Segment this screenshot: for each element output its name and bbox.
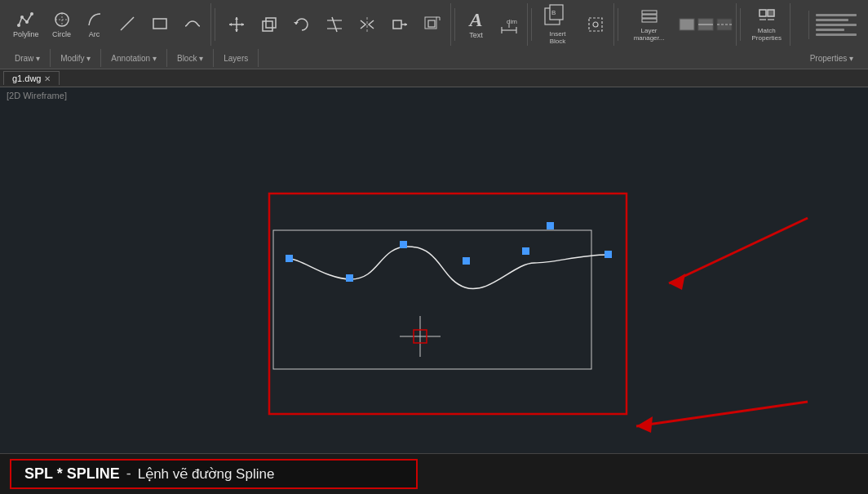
command-text-accent: SPL * SPLINE: [24, 465, 120, 483]
text-label: Text: [469, 31, 483, 39]
insert-block-icon: B: [543, 3, 573, 29]
arc-button[interactable]: Arc: [80, 8, 109, 41]
svg-rect-13: [263, 21, 272, 31]
svg-marker-22: [405, 23, 407, 26]
draw-extra2[interactable]: [145, 12, 175, 37]
toolbar: Polyline Circle Arc: [0, 0, 868, 69]
modify-btn6[interactable]: [385, 13, 414, 36]
sep4: [618, 8, 618, 41]
properties-label[interactable]: Properties ▾: [800, 49, 863, 67]
layer-manager-button[interactable]: Layermanager...: [625, 5, 674, 44]
properties-group: MatchProperties: [744, 3, 790, 46]
ctrl-point-7: [604, 251, 612, 258]
modify-btn5[interactable]: [352, 13, 382, 36]
toolbar-label-row: Draw ▾ Modify ▾ Annotation ▾ Block ▾ Lay…: [0, 49, 868, 67]
insert-block-label: InsertBlock: [550, 31, 566, 46]
arrow2-line: [636, 402, 808, 426]
svg-rect-37: [642, 11, 657, 14]
command-separator: -: [126, 465, 131, 483]
block-label[interactable]: Block ▾: [167, 49, 214, 67]
svg-marker-15: [294, 22, 299, 24]
circle-icon: [53, 11, 71, 29]
svg-rect-45: [760, 10, 766, 16]
svg-rect-35: [589, 18, 602, 31]
polyline-icon: [17, 11, 35, 29]
sep1: [215, 8, 215, 41]
arrow1-line: [669, 218, 808, 283]
copy-icon: [260, 16, 278, 33]
text-tool-icon: A: [470, 10, 483, 29]
scale-icon: [423, 16, 441, 33]
polyline-label: Polyline: [13, 30, 39, 38]
shape-rectangle: [273, 230, 591, 369]
annotation-group: A Text dim: [458, 3, 528, 46]
tab-close-icon[interactable]: ✕: [44, 74, 51, 83]
svg-point-36: [593, 22, 598, 27]
arc-label: Arc: [89, 30, 100, 38]
polyline-button[interactable]: Polyline: [8, 8, 44, 41]
svg-point-3: [30, 12, 33, 16]
spline-small-icon: [184, 15, 202, 33]
svg-line-7: [121, 17, 134, 30]
tab-g1[interactable]: g1.dwg ✕: [3, 71, 60, 85]
layer-color1-icon: [679, 18, 695, 31]
rotate-icon: [293, 16, 311, 33]
command-description: Lệnh vẽ đường Spline: [138, 465, 275, 483]
ctrl-point-3: [400, 241, 407, 248]
tab-g1-label: g1.dwg: [12, 73, 41, 83]
svg-text:B: B: [551, 9, 556, 16]
canvas-area: [2D Wireframe]: [0, 87, 868, 453]
arc-icon: [86, 11, 104, 29]
modify-btn4[interactable]: [320, 13, 349, 36]
annotation-extra1[interactable]: dim: [494, 13, 524, 36]
svg-marker-11: [229, 23, 232, 26]
spline-curve: [290, 247, 608, 289]
ctrl-point-6: [547, 222, 554, 229]
svg-rect-8: [153, 19, 166, 29]
circle-button[interactable]: Circle: [47, 8, 77, 41]
layers-group: Layermanager...: [622, 3, 737, 46]
layer-icon: [640, 7, 658, 25]
layers-label[interactable]: Layers: [214, 49, 259, 67]
svg-rect-46: [768, 10, 774, 16]
svg-rect-20: [393, 20, 401, 29]
toolbar-icons-row: Polyline Circle Arc: [0, 0, 868, 49]
ctrl-point-4: [463, 257, 470, 265]
ctrl-point-1: [286, 255, 293, 262]
modify-group: [219, 3, 451, 46]
modify-btn7[interactable]: [418, 13, 447, 36]
layer-color2-icon: [698, 18, 714, 31]
line-icon: [118, 15, 136, 33]
ctrl-point-5: [522, 247, 529, 255]
trim-icon: [326, 16, 343, 33]
draw-group: Polyline Circle Arc: [5, 3, 211, 46]
arrow2-head: [636, 416, 653, 433]
modify-btn2[interactable]: [255, 13, 284, 36]
svg-marker-12: [241, 23, 244, 26]
move-icon: [228, 16, 246, 33]
svg-rect-38: [642, 15, 657, 18]
modify-label[interactable]: Modify ▾: [51, 49, 101, 67]
circle-label: Circle: [52, 30, 71, 38]
command-line: SPL * SPLINE - Lệnh vẽ đường Spline: [0, 453, 868, 494]
svg-rect-39: [642, 19, 657, 22]
define-block-icon: [587, 16, 604, 33]
draw-extra3[interactable]: [178, 12, 207, 37]
insert-block-button[interactable]: B InsertBlock: [538, 1, 578, 48]
layer-manager-label: Layermanager...: [634, 27, 665, 42]
svg-rect-23: [428, 20, 435, 27]
svg-line-18: [332, 17, 337, 32]
modify-btn3[interactable]: [287, 13, 317, 36]
match-properties-icon: [758, 7, 776, 25]
main-canvas-svg: [0, 87, 868, 453]
annotation-label[interactable]: Annotation ▾: [101, 49, 167, 67]
text-button[interactable]: A Text: [462, 7, 491, 42]
draw-extra1[interactable]: [113, 12, 142, 37]
modify-btn1[interactable]: [222, 13, 251, 36]
match-properties-button[interactable]: MatchProperties: [747, 5, 786, 44]
sep5: [740, 8, 741, 41]
svg-point-0: [17, 24, 20, 27]
block-extra1[interactable]: [581, 13, 610, 36]
draw-label[interactable]: Draw ▾: [5, 49, 51, 67]
block-group: B InsertBlock: [535, 3, 614, 46]
